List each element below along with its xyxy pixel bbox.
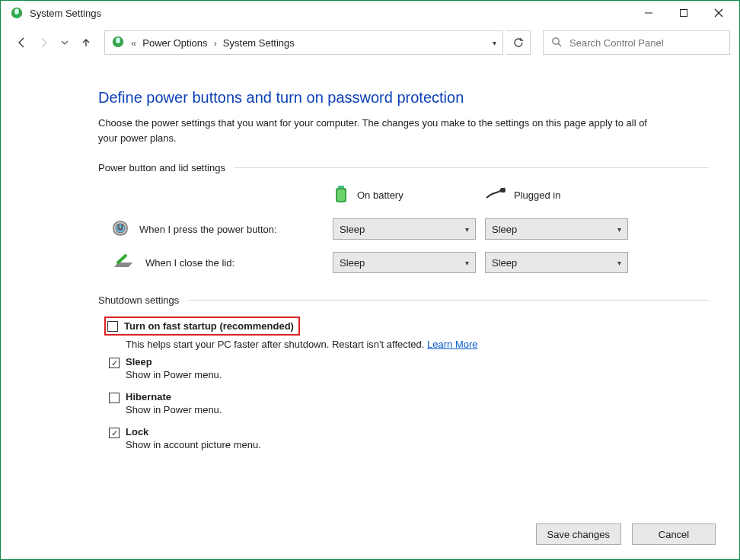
- checkbox-hibernate[interactable]: [109, 393, 120, 403]
- page-intro: Choose the power settings that you want …: [98, 116, 662, 145]
- col-plugged-label: Plugged in: [514, 189, 560, 201]
- section-shutdown-title: Shutdown settings: [98, 294, 709, 306]
- address-dropdown[interactable]: ▾: [493, 39, 496, 47]
- select-power-battery[interactable]: Sleep▾: [333, 218, 476, 240]
- col-battery: On battery: [333, 184, 485, 206]
- svg-point-9: [553, 37, 559, 43]
- search-icon: [551, 37, 562, 49]
- highlight-fast-startup: Turn on fast startup (recommended): [104, 317, 300, 336]
- footer: Save changes Cancel: [536, 523, 716, 545]
- breadcrumb-prefix: «: [131, 37, 136, 49]
- select-power-plugged[interactable]: Sleep▾: [485, 218, 628, 240]
- col-battery-label: On battery: [357, 189, 403, 201]
- checkbox-fast-startup[interactable]: [107, 321, 118, 332]
- svg-rect-8: [116, 37, 120, 43]
- main-content: Define power buttons and turn on passwor…: [1, 60, 739, 457]
- hibernate-sub: Show in Power menu.: [126, 404, 222, 415]
- power-icon: [112, 220, 129, 239]
- col-plugged: Plugged in: [485, 187, 637, 203]
- fast-startup-sub: This helps start your PC faster after sh…: [126, 339, 427, 350]
- search-input[interactable]: Search Control Panel: [543, 30, 730, 55]
- section-shutdown-label: Shutdown settings: [98, 294, 179, 306]
- breadcrumb-power-options[interactable]: Power Options: [142, 37, 207, 49]
- page-title: Define power buttons and turn on passwor…: [98, 89, 709, 107]
- sleep-sub: Show in Power menu.: [126, 369, 222, 380]
- cancel-button[interactable]: Cancel: [632, 523, 716, 545]
- svg-rect-14: [500, 188, 506, 192]
- address-bar[interactable]: « Power Options › System Settings ▾: [104, 30, 503, 55]
- checkbox-sleep[interactable]: ✓: [109, 358, 120, 368]
- breadcrumb-system-settings[interactable]: System Settings: [223, 37, 295, 49]
- sleep-label: Sleep: [126, 356, 222, 368]
- forward-button[interactable]: [34, 33, 53, 52]
- select-lid-battery[interactable]: Sleep▾: [333, 252, 476, 273]
- search-placeholder: Search Control Panel: [569, 37, 664, 49]
- section-power-label: Power button and lid settings: [98, 162, 225, 173]
- svg-rect-1: [14, 9, 18, 14]
- titlebar: System Settings: [1, 1, 739, 25]
- save-button[interactable]: Save changes: [536, 523, 621, 545]
- learn-more-link[interactable]: Learn More: [427, 339, 477, 350]
- section-power-title: Power button and lid settings: [98, 162, 709, 173]
- fast-startup-label: Turn on fast startup (recommended): [124, 320, 294, 332]
- plug-icon: [485, 187, 506, 203]
- svg-line-10: [558, 43, 561, 46]
- chevron-down-icon: ▾: [617, 225, 621, 234]
- chevron-down-icon: ▾: [465, 259, 469, 267]
- lid-icon: [112, 253, 135, 272]
- row-lid-label: When I close the lid:: [145, 257, 234, 269]
- minimize-button[interactable]: [631, 2, 666, 24]
- row-power-button: When I press the power button:: [112, 220, 333, 239]
- select-lid-plugged[interactable]: Sleep▾: [485, 252, 628, 273]
- battery-icon: [333, 184, 349, 206]
- checkbox-lock[interactable]: ✓: [109, 428, 120, 438]
- toolbar: « Power Options › System Settings ▾ Sear…: [1, 25, 739, 60]
- lock-label: Lock: [126, 426, 261, 438]
- svg-point-2: [15, 15, 18, 18]
- svg-rect-4: [681, 10, 687, 17]
- control-panel-icon: [111, 35, 125, 51]
- close-button[interactable]: [701, 2, 736, 24]
- up-button[interactable]: [77, 33, 95, 52]
- svg-rect-11: [338, 186, 344, 188]
- window-title: System Settings: [30, 8, 101, 19]
- hibernate-label: Hibernate: [126, 391, 222, 402]
- chevron-down-icon: ▾: [617, 259, 621, 267]
- row-power-button-label: When I press the power button:: [139, 224, 277, 235]
- row-lid: When I close the lid:: [112, 253, 333, 272]
- refresh-button[interactable]: [506, 30, 531, 55]
- app-icon: [10, 6, 24, 20]
- chevron-right-icon: ›: [214, 37, 217, 49]
- back-button[interactable]: [13, 33, 31, 52]
- lock-sub: Show in account picture menu.: [126, 439, 261, 450]
- maximize-button[interactable]: [666, 2, 701, 24]
- svg-rect-13: [337, 189, 345, 201]
- recent-dropdown[interactable]: [56, 33, 74, 52]
- chevron-down-icon: ▾: [465, 225, 469, 234]
